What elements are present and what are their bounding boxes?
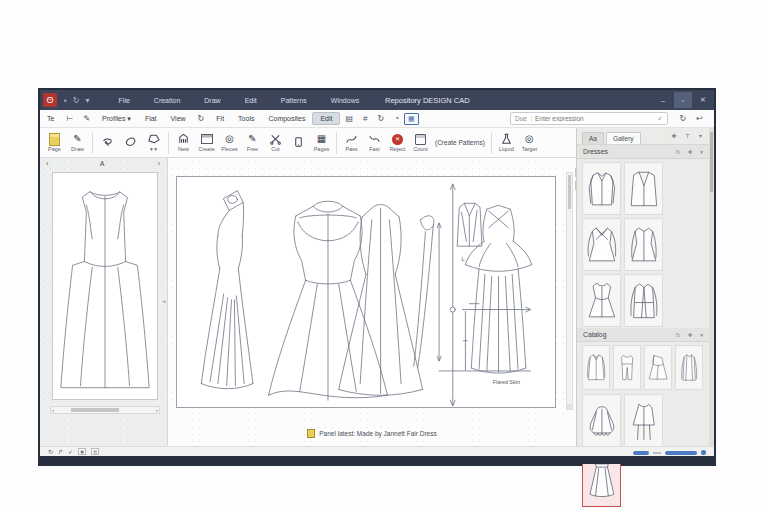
drawing-canvas[interactable]: L Flared Skirt	[168, 158, 576, 446]
scrollbar-thumb[interactable]	[71, 408, 119, 412]
fast-curve-tool[interactable]: Fast	[363, 129, 386, 156]
sidebar-scrollbar[interactable]	[709, 128, 714, 446]
bracket-icon[interactable]: ⊢	[61, 112, 78, 125]
panel-collapse-handle[interactable]: »	[163, 298, 166, 304]
confirm-icon[interactable]: ✓	[657, 115, 667, 123]
view-toggle-list[interactable]: ▤	[91, 448, 99, 455]
branch-icon[interactable]: ↱	[58, 448, 63, 455]
refresh-icon[interactable]: ↻	[48, 448, 53, 455]
scroll-right-icon[interactable]: ›	[156, 407, 158, 414]
zoom-handle[interactable]	[701, 450, 706, 455]
thumb-wrap-dress[interactable]	[582, 218, 621, 271]
device-tool[interactable]	[287, 129, 310, 156]
maximize-button[interactable]: ▫	[674, 92, 692, 108]
list-dropdown-icon[interactable]: ▤	[340, 112, 358, 125]
thumb-sash-dress[interactable]	[644, 345, 672, 390]
window-bottom-frame	[40, 456, 714, 464]
check-icon[interactable]: ✓	[68, 448, 73, 455]
dress-preview-card[interactable]	[52, 172, 158, 400]
menubar-flat[interactable]: Flat	[138, 113, 164, 124]
scrollbar-thumb[interactable]	[710, 132, 713, 192]
hash-icon[interactable]: #	[358, 112, 372, 125]
horizontal-scrollbar[interactable]: ‹ ›	[50, 406, 160, 414]
menubar-fit[interactable]: Fit	[209, 113, 231, 124]
menubar-view[interactable]: View	[164, 113, 193, 124]
tab-gallery[interactable]: Gallery	[606, 132, 641, 144]
pattern-page[interactable]: L Flared Skirt	[176, 176, 556, 408]
menu-draw[interactable]: Draw	[192, 97, 232, 104]
free-pen-tool[interactable]: ✎ Free	[241, 129, 264, 156]
tab-aa[interactable]: Aa	[582, 132, 604, 144]
pages-tool[interactable]: ▦ Pages	[310, 129, 333, 156]
quickaccess-dropdown-icon[interactable]: ▾	[86, 96, 90, 105]
thumb-cape[interactable]	[582, 394, 621, 449]
section-catalog-header[interactable]: Catalog ↻ ✚ ▾	[577, 328, 714, 342]
expression-input[interactable]	[532, 115, 657, 122]
create-tool[interactable]: Create	[195, 129, 218, 156]
thumb-jacket[interactable]	[582, 162, 621, 215]
page-marker: A	[100, 160, 104, 167]
draw-tool[interactable]: ✎ Draw	[66, 129, 89, 156]
reject-icon: ✕	[392, 134, 403, 145]
thumb-fit-flare-long-sleeve[interactable]	[624, 218, 663, 271]
save-icon[interactable]: ▪	[64, 96, 67, 105]
prev-button[interactable]: ‹	[46, 160, 48, 167]
minimize-button[interactable]: –	[654, 92, 672, 108]
liquid-tool[interactable]: Liquid	[495, 129, 518, 156]
menu-file[interactable]: File	[107, 97, 142, 104]
refresh-icon[interactable]: ↻	[193, 112, 210, 125]
count-tool[interactable]: Count	[409, 129, 432, 156]
menu-creation[interactable]: Creation	[142, 97, 192, 104]
menu-edit[interactable]: Edit	[233, 97, 269, 104]
menubar-te[interactable]: Te	[40, 113, 61, 124]
thumb-long-robe[interactable]	[675, 345, 703, 390]
menu-windows[interactable]: Windows	[319, 97, 371, 104]
pieces-tool[interactable]: ◎ Pieces	[218, 129, 241, 156]
undo-icon[interactable]: ↻	[73, 96, 80, 105]
pass-curve-tool[interactable]: Pass	[340, 129, 363, 156]
note-icon	[307, 429, 315, 438]
reject-tool[interactable]: ✕ Reject	[386, 129, 409, 156]
lasso-pen-tool[interactable]	[119, 129, 142, 156]
menubar-composites[interactable]: Composites	[261, 113, 312, 124]
zoom-bar-long[interactable]	[665, 451, 697, 455]
page-tool[interactable]: Page	[43, 129, 66, 156]
layers-icon[interactable]: ▦	[404, 113, 419, 125]
thumb-jumpsuit[interactable]	[613, 345, 641, 390]
polygon-tool[interactable]: ▾ ▾	[142, 129, 165, 156]
scrollbar-thumb[interactable]	[568, 175, 571, 209]
next-button[interactable]: ›	[158, 160, 160, 167]
tab-action-icons[interactable]: ✚ T ▾	[671, 132, 706, 139]
cut-tool[interactable]: Cut	[264, 129, 287, 156]
menubar-edit-active[interactable]: Edit	[312, 112, 340, 125]
scroll-down-button[interactable]	[567, 404, 572, 409]
thumb-coat[interactable]	[582, 345, 610, 390]
sync-icon[interactable]: ↻	[372, 112, 389, 125]
target-tool[interactable]: ◎ Target	[518, 129, 541, 156]
menubar-tools[interactable]: Tools	[231, 113, 261, 124]
thumb-fit-flare-sleeveless[interactable]	[582, 274, 621, 327]
close-button[interactable]: ✕	[694, 92, 712, 108]
thumb-dress-over-pants[interactable]	[624, 394, 663, 449]
section-dresses-header[interactable]: Dresses ↻ ✚ ▾	[577, 145, 714, 159]
section-icons[interactable]: ↻ ✚ ▾	[676, 149, 706, 155]
history-icon[interactable]: ↩	[691, 112, 708, 125]
menubar-profiles[interactable]: Profiles ▾	[95, 113, 138, 125]
vertical-scrollbar[interactable]	[566, 172, 573, 410]
view-toggle-grid[interactable]: ▣	[78, 448, 86, 455]
grid-icon: ▦	[317, 133, 326, 145]
thumb-vneck-dress[interactable]	[624, 162, 663, 215]
pen-icon[interactable]: ✎	[78, 112, 95, 125]
new-tool[interactable]: New	[172, 129, 195, 156]
app-icon[interactable]: Θ	[43, 93, 57, 107]
section-icons[interactable]: ↻ ✚ ▾	[676, 332, 706, 338]
menu-patterns[interactable]: Patterns	[269, 97, 319, 104]
divider	[168, 132, 169, 154]
clock-icon[interactable]: ◔	[389, 112, 404, 125]
scroll-left-icon[interactable]: ‹	[52, 407, 54, 414]
thumb-robe[interactable]	[624, 274, 663, 327]
refresh-icon[interactable]: ↻	[675, 112, 692, 125]
zoom-bar-short[interactable]	[633, 451, 649, 455]
lasso-tool[interactable]	[96, 129, 119, 156]
library-sidebar: Aa Gallery ✚ T ▾ Dresses ↻ ✚ ▾	[576, 128, 714, 446]
